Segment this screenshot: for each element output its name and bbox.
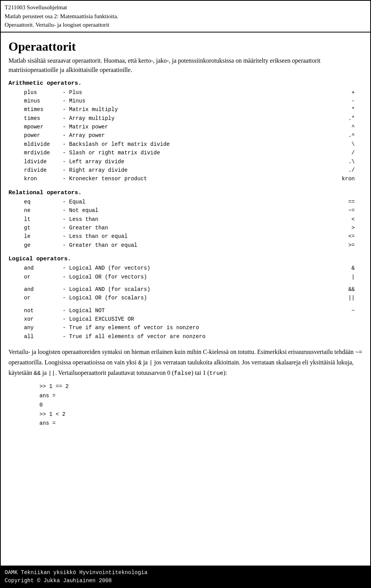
op-desc: - Greater than or equal: [63, 241, 332, 250]
op-name: eq: [24, 198, 63, 206]
op-sym: ~=: [332, 206, 362, 215]
op-desc: - Logical EXCLUSIVE OR: [63, 315, 332, 323]
op-desc: - True if any element of vector is nonze…: [63, 323, 332, 332]
table-row: mtimes- Matrix multiply*: [24, 105, 362, 114]
table-row: ldivide- Left array divide.\: [24, 157, 362, 166]
logical-heading: Logical operators.: [9, 256, 362, 262]
table-row: kron- Kronecker tensor productkron: [24, 174, 362, 183]
op-sym: ./: [332, 166, 362, 174]
op-name: or: [24, 273, 63, 281]
table-row: xor- Logical EXCLUSIVE OR: [24, 315, 362, 323]
op-name: times: [24, 114, 63, 123]
table-row: ne- Not equal~=: [24, 206, 362, 215]
op-sym: *: [332, 105, 362, 114]
op-sym: +: [332, 88, 362, 97]
logical-table: and- Logical AND (for vectors)&or- Logic…: [24, 264, 362, 341]
op-name: mpower: [24, 123, 63, 131]
op-name: kron: [24, 174, 63, 183]
op-sym: ==: [332, 198, 362, 206]
code-line: ans =: [39, 419, 362, 428]
code-line: ans =: [39, 391, 362, 401]
op-name: lt: [24, 215, 63, 224]
table-row: le- Less than or equal<=: [24, 232, 362, 241]
arithmetic-table: plus- Plus+minus- Minus-mtimes- Matrix m…: [24, 88, 362, 183]
op-desc: - Backslash or left matrix divide: [63, 140, 332, 149]
op-desc: - Matrix power: [63, 123, 332, 131]
closing-text: Vertailu- ja loogisten operaattoreiden s…: [9, 347, 362, 378]
op-sym: -: [332, 97, 362, 105]
op-name: mtimes: [24, 105, 63, 114]
op-desc: - Matrix multiply: [63, 105, 332, 114]
op-sym: >=: [332, 241, 362, 250]
op-name: gt: [24, 224, 63, 232]
table-row: not- Logical NOT~: [24, 306, 362, 315]
relational-table: eq- Equal==ne- Not equal~=lt- Less than<…: [24, 198, 362, 250]
header-line1: T211003 Sovellusohjelmat: [5, 3, 366, 12]
op-sym: &: [332, 264, 362, 272]
table-row: rdivide- Right array divide./: [24, 166, 362, 174]
op-desc: - Minus: [63, 97, 332, 105]
op-name: and: [24, 285, 63, 294]
op-sym: <=: [332, 232, 362, 241]
op-desc: - Right array divide: [63, 166, 332, 174]
op-sym: >: [332, 224, 362, 232]
op-name: mrdivide: [24, 149, 63, 157]
footer-line1: OAMK Tekniikan yksikkö Hyvinvointiteknol…: [5, 569, 366, 577]
op-desc: - Slash or right matrix divide: [63, 149, 332, 157]
spacer: [24, 303, 362, 306]
footer-line2: Copyright © Jukka Jauhiainen 2008: [5, 577, 366, 585]
table-row: any- True if any element of vector is no…: [24, 323, 362, 332]
op-desc: - Kronecker tensor product: [63, 174, 332, 183]
relational-heading: Relational operators.: [9, 190, 362, 196]
op-desc: - Logical AND (for scalars): [63, 285, 332, 294]
op-desc: - Less than: [63, 215, 332, 224]
op-name: minus: [24, 97, 63, 105]
table-row: mrdivide- Slash or right matrix divide/: [24, 149, 362, 157]
op-desc: - Logical NOT: [63, 306, 332, 315]
op-sym: <: [332, 215, 362, 224]
page-container: T211003 Sovellusohjelmat Matlab perustee…: [0, 0, 371, 588]
op-sym: .\: [332, 157, 362, 166]
table-row: minus- Minus-: [24, 97, 362, 105]
op-sym: \: [332, 140, 362, 149]
table-row: or- Logical OR (for vectors)|: [24, 273, 362, 281]
op-sym: .*: [332, 114, 362, 123]
table-row: eq- Equal==: [24, 198, 362, 206]
code-line: 0: [39, 401, 362, 410]
op-name: ge: [24, 241, 63, 250]
op-name: any: [24, 323, 63, 332]
op-name: plus: [24, 88, 63, 97]
op-sym: |: [332, 273, 362, 281]
op-name: ldivide: [24, 157, 63, 166]
code-line: >> 1 == 2: [39, 382, 362, 391]
op-name: le: [24, 232, 63, 241]
op-sym: .^: [332, 131, 362, 140]
op-sym: ~: [332, 306, 362, 315]
op-desc: - Array power: [63, 131, 332, 140]
op-sym: &&: [332, 285, 362, 294]
table-row: times- Array multiply.*: [24, 114, 362, 123]
op-desc: - Logical OR (for scalars): [63, 294, 332, 302]
intro-text: Matlab sisältää seuraavat operaattorit. …: [9, 56, 362, 75]
op-name: xor: [24, 315, 63, 323]
table-row: lt- Less than<: [24, 215, 362, 224]
op-desc: - Logical OR (for vectors): [63, 273, 332, 281]
table-row: power- Array power.^: [24, 131, 362, 140]
header-line2: Matlab perusteet osa 2: Matemaattisia fu…: [5, 12, 366, 21]
op-sym: ^: [332, 123, 362, 131]
table-row: all- True if all elements of vector are …: [24, 332, 362, 341]
op-name: power: [24, 131, 63, 140]
op-name: mldivide: [24, 140, 63, 149]
footer-box: OAMK Tekniikan yksikkö Hyvinvointiteknol…: [1, 566, 370, 587]
op-sym: kron: [332, 174, 362, 183]
spacer: [24, 281, 362, 285]
op-desc: - Logical AND (for vectors): [63, 264, 332, 272]
table-row: mldivide- Backslash or left matrix divid…: [24, 140, 362, 149]
table-row: or- Logical OR (for scalars)||: [24, 294, 362, 302]
main-content: Operaattorit Matlab sisältää seuraavat o…: [1, 32, 370, 566]
page-title: Operaattorit: [9, 39, 362, 54]
op-desc: - Equal: [63, 198, 332, 206]
op-desc: - Left array divide: [63, 157, 332, 166]
op-name: and: [24, 264, 63, 272]
op-desc: - Plus: [63, 88, 332, 97]
